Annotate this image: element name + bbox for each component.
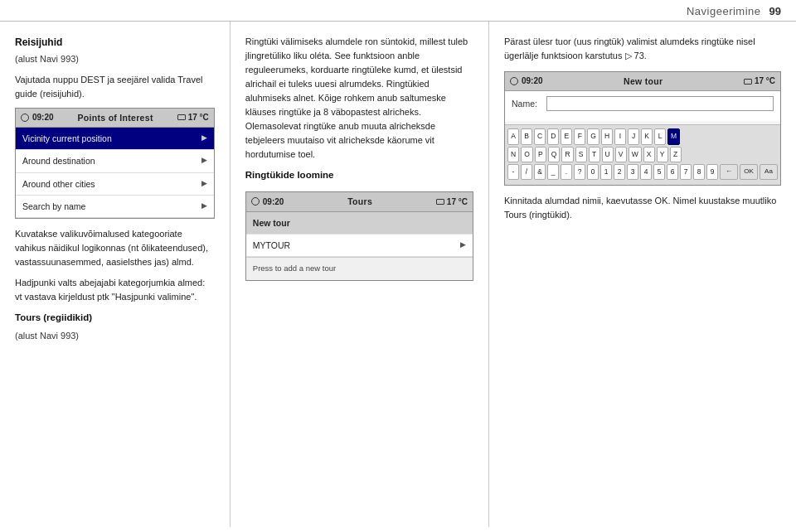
poi-screen-title: Points of Interest xyxy=(78,111,153,124)
new-tour-time-value: 09:20 xyxy=(522,75,543,88)
key-O[interactable]: O xyxy=(521,147,533,162)
new-tour-battery-icon xyxy=(744,79,752,85)
new-tour-temp-value: 17 °C xyxy=(755,75,775,88)
key-ok[interactable]: OK xyxy=(740,164,758,180)
key-V[interactable]: V xyxy=(615,147,627,162)
poi-item-1[interactable]: Vicinity current position ▶ xyxy=(16,128,214,150)
name-row: Name: xyxy=(512,96,774,111)
tours-temp: 17 °C xyxy=(436,196,468,209)
key-Y[interactable]: Y xyxy=(657,147,668,162)
tours-time-value: 09:20 xyxy=(263,196,284,209)
key-A[interactable]: A xyxy=(507,128,519,144)
poi-item-4[interactable]: Search by name ▶ xyxy=(16,196,214,218)
poi-item-3-arrow: ▶ xyxy=(201,178,207,190)
key-S[interactable]: S xyxy=(575,147,587,162)
key-N[interactable]: N xyxy=(507,147,519,162)
battery-icon xyxy=(177,114,186,120)
tours-new-tour-item[interactable]: New tour xyxy=(246,212,473,235)
left-body2: Kuvatakse valikuvõimalused kategooriate … xyxy=(15,227,215,269)
key-P[interactable]: P xyxy=(535,147,546,162)
poi-item-2-arrow: ▶ xyxy=(201,155,207,167)
poi-item-3[interactable]: Around other cities ▶ xyxy=(16,173,214,196)
key-D[interactable]: D xyxy=(547,128,559,144)
key-J[interactable]: J xyxy=(628,128,639,144)
key-5[interactable]: 5 xyxy=(653,164,665,180)
left-body1: Vajutada nuppu DEST ja seejärel valida T… xyxy=(15,73,215,101)
tours-mytour-label: MYTOUR xyxy=(253,239,290,252)
key-I[interactable]: I xyxy=(614,128,626,144)
new-tour-title: New tour xyxy=(624,75,663,88)
new-tour-screen: 09:20 New tour 17 °C Name: xyxy=(504,71,781,186)
keyboard-area: A B C D E F G H I J K L M xyxy=(505,124,780,185)
key-backspace[interactable]: ← xyxy=(720,164,738,180)
content-area: Reisijuhid (alust Navi 993) Vajutada nup… xyxy=(0,22,796,527)
poi-item-4-label: Search by name xyxy=(22,200,85,213)
key-underscore[interactable]: _ xyxy=(547,164,559,180)
tours-screen-header: 09:20 Tours 17 °C xyxy=(246,192,473,211)
name-input[interactable] xyxy=(546,96,774,111)
poi-temp: 17 °C xyxy=(177,111,209,124)
tours-screen: 09:20 Tours 17 °C New tour MYTOUR ▶ xyxy=(245,191,473,281)
tours-screen-title: Tours xyxy=(347,195,372,208)
poi-item-3-label: Around other cities xyxy=(22,177,95,191)
tours-new-tour-label: New tour xyxy=(253,216,290,230)
new-tour-time: 09:20 xyxy=(510,75,543,88)
new-tour-clock-icon xyxy=(510,77,518,85)
name-label: Name: xyxy=(512,97,541,110)
key-9[interactable]: 9 xyxy=(706,164,718,180)
page-number: 99 xyxy=(769,5,781,17)
poi-item-1-label: Vicinity current position xyxy=(22,132,112,145)
key-1[interactable]: 1 xyxy=(600,164,612,180)
left-section1-subtitle: (alust Navi 993) xyxy=(15,52,215,66)
column-mid: Ringtüki välimiseks alumdele ron süntoki… xyxy=(231,22,489,527)
key-4[interactable]: 4 xyxy=(640,164,652,180)
new-tour-temp: 17 °C xyxy=(744,75,775,88)
tours-mytour-item[interactable]: MYTOUR ▶ xyxy=(246,235,473,257)
key-amp[interactable]: & xyxy=(534,164,546,180)
page-wrapper: Navigeerimine 99 Reisijuhid (alust Navi … xyxy=(0,0,796,527)
key-L[interactable]: L xyxy=(654,128,666,144)
poi-item-1-arrow: ▶ xyxy=(201,133,207,144)
key-3[interactable]: 3 xyxy=(627,164,638,180)
key-X[interactable]: X xyxy=(643,147,655,162)
key-T[interactable]: T xyxy=(589,147,600,162)
poi-time-value: 09:20 xyxy=(32,111,54,124)
key-G[interactable]: G xyxy=(587,128,599,144)
poi-item-2[interactable]: Around destination ▶ xyxy=(16,150,214,172)
key-B[interactable]: B xyxy=(521,128,532,144)
key-H[interactable]: H xyxy=(601,128,613,144)
tours-clock-icon xyxy=(251,197,260,206)
key-7[interactable]: 7 xyxy=(680,164,692,180)
key-aa[interactable]: Aa xyxy=(760,164,778,180)
tours-mytour-arrow: ▶ xyxy=(460,239,466,251)
left-section3-subtitle: (alust Navi 993) xyxy=(15,329,215,343)
key-E[interactable]: E xyxy=(561,128,572,144)
key-6[interactable]: 6 xyxy=(667,164,678,180)
key-Z[interactable]: Z xyxy=(670,147,682,162)
key-R[interactable]: R xyxy=(561,147,573,162)
left-body3: Hadjpunki valts abejajabi kategorjumkia … xyxy=(15,276,215,304)
key-U[interactable]: U xyxy=(602,147,614,162)
key-F[interactable]: F xyxy=(574,128,585,144)
key-dot[interactable]: . xyxy=(561,164,572,180)
key-W[interactable]: W xyxy=(629,147,642,162)
page-header: Navigeerimine 99 xyxy=(0,0,796,22)
key-K[interactable]: K xyxy=(641,128,653,144)
new-tour-header: 09:20 New tour 17 °C xyxy=(505,72,780,91)
mid-subsection-title: Ringtükide loomine xyxy=(245,168,473,183)
column-right: Pärast ülesr tuor (uus ringtük) valimist… xyxy=(489,22,796,527)
tours-screen-body: New tour MYTOUR ▶ xyxy=(246,212,473,258)
poi-screen-header: 09:20 Points of Interest 17 °C xyxy=(16,109,214,128)
poi-item-2-label: Around destination xyxy=(22,154,95,167)
keyboard-row-3: - / & _ . ? 0 1 2 3 4 5 6 7 8 xyxy=(507,164,778,180)
key-8[interactable]: 8 xyxy=(693,164,705,180)
keyboard-row-2: N O P Q R S T U V W X Y Z xyxy=(507,147,778,162)
key-M[interactable]: M xyxy=(667,128,680,144)
key-C[interactable]: C xyxy=(534,128,546,144)
key-dash[interactable]: - xyxy=(507,164,519,180)
key-0[interactable]: 0 xyxy=(587,164,599,180)
key-2[interactable]: 2 xyxy=(614,164,625,180)
key-Q[interactable]: Q xyxy=(548,147,561,162)
key-question[interactable]: ? xyxy=(574,164,585,180)
key-slash[interactable]: / xyxy=(521,164,532,180)
